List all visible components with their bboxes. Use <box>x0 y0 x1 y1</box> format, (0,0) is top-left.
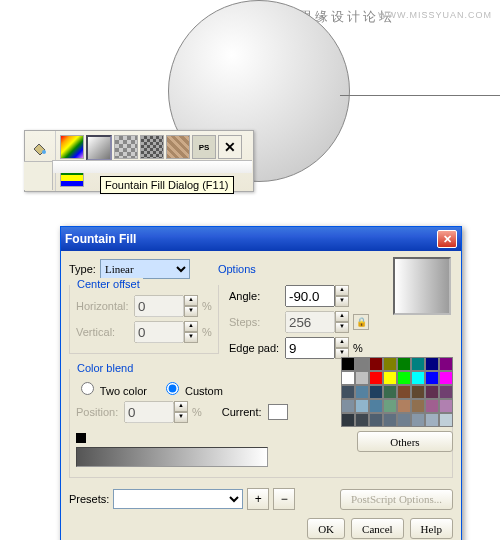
help-button[interactable]: Help <box>410 518 453 539</box>
preset-add-button[interactable]: + <box>247 488 269 510</box>
presets-select[interactable] <box>113 489 243 509</box>
palette-swatch[interactable] <box>369 399 383 413</box>
palette-swatch[interactable] <box>341 413 355 427</box>
palette-swatch[interactable] <box>355 357 369 371</box>
palette-swatch[interactable] <box>425 413 439 427</box>
palette-swatch[interactable] <box>355 385 369 399</box>
others-button[interactable]: Others <box>357 431 453 452</box>
steps-input <box>285 311 335 333</box>
tooltip: Fountain Fill Dialog (F11) <box>100 176 234 194</box>
pattern-fill-icon[interactable] <box>114 135 138 159</box>
palette-swatch[interactable] <box>383 371 397 385</box>
ok-button[interactable]: OK <box>307 518 345 539</box>
cancel-button[interactable]: Cancel <box>351 518 404 539</box>
palette-swatch[interactable] <box>341 371 355 385</box>
fountain-fill-icon[interactable] <box>86 135 112 161</box>
marker-start[interactable] <box>76 433 86 443</box>
current-swatch[interactable] <box>268 404 288 420</box>
palette-swatch[interactable] <box>439 385 453 399</box>
color-blend-label: Color blend <box>74 362 136 374</box>
title-text: Fountain Fill <box>65 232 437 246</box>
palette-swatch[interactable] <box>355 371 369 385</box>
vertical-input <box>134 321 184 343</box>
palette-swatch[interactable] <box>341 357 355 371</box>
horizontal-input <box>134 295 184 317</box>
color-palette: Others <box>341 357 453 452</box>
postscript-fill-icon[interactable]: PS <box>192 135 216 159</box>
palette-swatch[interactable] <box>383 385 397 399</box>
palette-swatch[interactable] <box>369 413 383 427</box>
palette-swatch[interactable] <box>411 371 425 385</box>
fill-bucket-icon[interactable] <box>31 139 49 157</box>
position-label: Position: <box>76 406 120 418</box>
canvas-hline <box>340 95 500 96</box>
palette-swatch[interactable] <box>411 385 425 399</box>
palette-swatch[interactable] <box>397 357 411 371</box>
close-button[interactable]: ✕ <box>437 230 457 248</box>
current-label: Current: <box>222 406 262 418</box>
edgepad-label: Edge pad: <box>229 342 281 354</box>
palette-swatch[interactable] <box>383 413 397 427</box>
palette-swatch[interactable] <box>439 371 453 385</box>
preset-remove-button[interactable]: − <box>273 488 295 510</box>
palette-swatch[interactable] <box>439 357 453 371</box>
no-fill-icon[interactable]: ✕ <box>218 135 242 159</box>
edgepad-input[interactable] <box>285 337 335 359</box>
type-select[interactable]: Linear <box>100 259 190 279</box>
angle-input[interactable] <box>285 285 335 307</box>
palette-swatch[interactable] <box>439 399 453 413</box>
palette-swatch[interactable] <box>355 413 369 427</box>
palette-swatch[interactable] <box>341 399 355 413</box>
lock-icon[interactable]: 🔒 <box>353 314 369 330</box>
palette-swatch[interactable] <box>425 371 439 385</box>
gradient-preview <box>393 257 451 315</box>
palette-swatch[interactable] <box>383 357 397 371</box>
options-label: Options <box>218 263 256 275</box>
watermark-url: WWW.MISSYUAN.COM <box>378 10 492 20</box>
ruler <box>52 160 252 173</box>
postscript-button: PostScript Options... <box>340 489 453 510</box>
titlebar[interactable]: Fountain Fill ✕ <box>61 227 461 251</box>
palette-swatch[interactable] <box>439 413 453 427</box>
angle-label: Angle: <box>229 290 281 302</box>
palette-swatch[interactable] <box>397 413 411 427</box>
palette-swatch[interactable] <box>397 385 411 399</box>
palette-swatch[interactable] <box>397 399 411 413</box>
horizontal-label: Horizontal: <box>76 300 130 312</box>
center-offset-label: Center offset <box>74 278 143 290</box>
palette-swatch[interactable] <box>369 357 383 371</box>
two-color-radio[interactable]: Two color <box>76 379 147 397</box>
palette-swatch[interactable] <box>411 399 425 413</box>
palette-swatch[interactable] <box>425 357 439 371</box>
palette-swatch[interactable] <box>369 371 383 385</box>
uniform-fill-icon[interactable] <box>60 135 84 159</box>
position-input <box>124 401 174 423</box>
custom-radio[interactable]: Custom <box>161 379 223 397</box>
type-label: Type: <box>69 263 96 275</box>
palette-swatch[interactable] <box>397 371 411 385</box>
gradient-bar[interactable] <box>76 447 268 467</box>
texture-fill-icon[interactable] <box>140 135 164 159</box>
palette-swatch[interactable] <box>355 399 369 413</box>
palette-swatch[interactable] <box>341 385 355 399</box>
palette-swatch[interactable] <box>425 385 439 399</box>
vertical-label: Vertical: <box>76 326 130 338</box>
palette-swatch[interactable] <box>411 357 425 371</box>
palette-swatch[interactable] <box>411 413 425 427</box>
palette-swatch[interactable] <box>383 399 397 413</box>
palette-swatch[interactable] <box>369 385 383 399</box>
svg-point-0 <box>42 150 46 154</box>
fountain-fill-dialog: Fountain Fill ✕ Type: Linear Options Cen… <box>60 226 462 540</box>
presets-label: Presets: <box>69 493 109 505</box>
bitmap-fill-icon[interactable] <box>166 135 190 159</box>
palette-swatch[interactable] <box>425 399 439 413</box>
steps-label: Steps: <box>229 316 281 328</box>
